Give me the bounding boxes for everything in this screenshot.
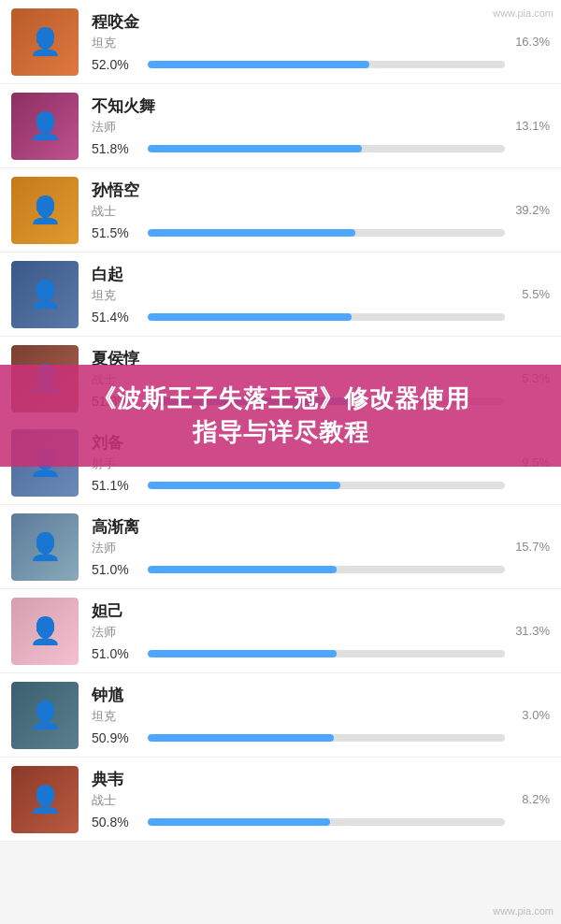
hero-avatar: 👤 xyxy=(11,177,79,244)
hero-name: 妲己 xyxy=(92,600,505,622)
overlay-banner: 《波斯王子失落王冠》修改器使用 指导与详尽教程 xyxy=(0,365,561,467)
hero-role: 战士 xyxy=(92,203,505,220)
bar-container: 52.0% xyxy=(92,57,505,72)
bar-container: 51.1% xyxy=(92,478,505,493)
bar-container: 51.4% xyxy=(92,310,505,325)
bar-container: 50.8% xyxy=(92,815,505,830)
pick-rate: 31.3% xyxy=(505,624,550,638)
bar-track xyxy=(148,818,505,826)
bar-fill xyxy=(148,566,337,573)
hero-role: 法师 xyxy=(92,119,505,136)
table-row: 👤 不知火舞 法师 51.8% 13.1% xyxy=(0,84,561,168)
hero-name: 高渐离 xyxy=(92,516,505,538)
hero-avatar: 👤 xyxy=(11,513,79,581)
watermark-bottom: www.pia.com xyxy=(493,905,554,917)
pick-rate: 16.3% xyxy=(505,35,550,49)
hero-name: 程咬金 xyxy=(92,11,505,33)
pick-rate: 15.7% xyxy=(505,540,550,554)
pick-rate: 3.0% xyxy=(505,708,550,722)
hero-avatar: 👤 xyxy=(11,93,79,160)
pick-rate: 5.5% xyxy=(505,287,550,301)
hero-info: 高渐离 法师 51.0% xyxy=(92,516,505,577)
win-rate-label: 51.5% xyxy=(92,225,140,240)
bar-fill xyxy=(148,734,334,742)
hero-info: 孙悟空 战士 51.5% xyxy=(92,180,505,240)
pick-rate: 13.1% xyxy=(505,119,550,133)
bar-fill xyxy=(148,818,330,826)
hero-avatar: 👤 xyxy=(11,8,79,76)
pick-rate: 39.2% xyxy=(505,203,550,217)
hero-role: 坦克 xyxy=(92,35,505,51)
bar-track xyxy=(148,566,505,573)
hero-name: 孙悟空 xyxy=(92,180,505,201)
bar-fill xyxy=(148,313,352,321)
win-rate-label: 50.9% xyxy=(92,730,140,745)
bar-fill xyxy=(148,145,362,152)
hero-role: 坦克 xyxy=(92,287,505,304)
hero-avatar: 👤 xyxy=(11,682,79,749)
bar-track xyxy=(148,650,505,657)
bar-container: 51.8% xyxy=(92,141,505,156)
table-row: 👤 典韦 战士 50.8% 8.2% xyxy=(0,758,561,842)
hero-avatar: 👤 xyxy=(11,766,79,833)
bar-track xyxy=(148,145,505,152)
hero-role: 法师 xyxy=(92,624,505,641)
bar-track xyxy=(148,734,505,742)
bar-fill xyxy=(148,482,340,489)
hero-info: 妲己 法师 51.0% xyxy=(92,600,505,661)
overlay-line1: 《波斯王子失落王冠》修改器使用 xyxy=(92,382,470,415)
hero-avatar: 👤 xyxy=(11,261,79,328)
bar-fill xyxy=(148,650,337,657)
hero-name: 不知火舞 xyxy=(92,95,505,117)
win-rate-label: 52.0% xyxy=(92,57,140,72)
bar-track xyxy=(148,229,505,237)
hero-info: 程咬金 坦克 52.0% xyxy=(92,11,505,72)
bar-container: 51.0% xyxy=(92,562,505,577)
hero-name: 钟馗 xyxy=(92,685,505,706)
table-row: 👤 程咬金 坦克 52.0% 16.3% xyxy=(0,0,561,84)
win-rate-label: 51.0% xyxy=(92,646,140,661)
table-row: 👤 白起 坦克 51.4% 5.5% xyxy=(0,253,561,337)
hero-role: 坦克 xyxy=(92,708,505,725)
hero-role: 战士 xyxy=(92,792,505,809)
table-row: 👤 妲己 法师 51.0% 31.3% xyxy=(0,589,561,673)
hero-info: 典韦 战士 50.8% xyxy=(92,769,505,830)
hero-info: 白起 坦克 51.4% xyxy=(92,264,505,325)
win-rate-label: 50.8% xyxy=(92,815,140,830)
pick-rate: 8.2% xyxy=(505,792,550,806)
win-rate-label: 51.4% xyxy=(92,310,140,325)
overlay-line2: 指导与详尽教程 xyxy=(193,415,369,449)
hero-role: 法师 xyxy=(92,540,505,556)
bar-track xyxy=(148,313,505,321)
table-row: 👤 孙悟空 战士 51.5% 39.2% xyxy=(0,168,561,253)
win-rate-label: 51.0% xyxy=(92,562,140,577)
hero-name: 白起 xyxy=(92,264,505,285)
hero-info: 不知火舞 法师 51.8% xyxy=(92,95,505,156)
win-rate-label: 51.1% xyxy=(92,478,140,493)
hero-name: 典韦 xyxy=(92,769,505,790)
bar-track xyxy=(148,61,505,68)
bar-container: 51.0% xyxy=(92,646,505,661)
bar-fill xyxy=(148,61,369,68)
hero-info: 钟馗 坦克 50.9% xyxy=(92,685,505,745)
bar-container: 51.5% xyxy=(92,225,505,240)
table-row: 👤 高渐离 法师 51.0% 15.7% xyxy=(0,505,561,589)
bar-fill xyxy=(148,229,355,237)
win-rate-label: 51.8% xyxy=(92,141,140,156)
hero-avatar: 👤 xyxy=(11,598,79,665)
bar-track xyxy=(148,482,505,489)
bar-container: 50.9% xyxy=(92,730,505,745)
table-row: 👤 钟馗 坦克 50.9% 3.0% xyxy=(0,673,561,758)
